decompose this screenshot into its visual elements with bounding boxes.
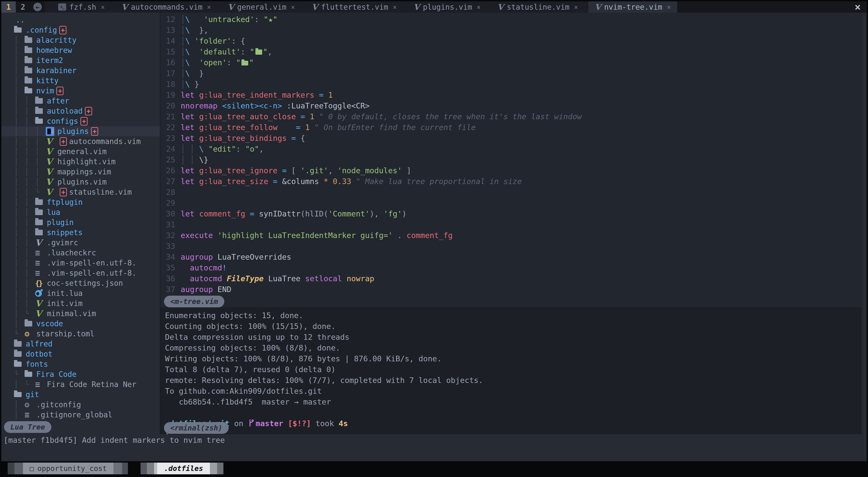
tree-item-iterm2[interactable]: │iterm2 xyxy=(1,55,160,66)
tree-item-alacritty[interactable]: │alacritty xyxy=(1,35,160,45)
tree-item-plugin[interactable]: ││plugin xyxy=(1,217,160,228)
line-number: 36 xyxy=(160,273,175,284)
tree-item-label: minimal.vim xyxy=(47,309,96,318)
tree-item-.config[interactable]: .config+ xyxy=(1,25,160,35)
terminal-line: .dotfiles/.git on master [$!?] took 4s xyxy=(160,418,862,429)
tree-item-snippets[interactable]: ││snippets xyxy=(1,228,160,238)
tree-item-general.vim[interactable]: │││Vgeneral.vim xyxy=(1,146,160,157)
tab-close-icon[interactable]: × xyxy=(476,3,480,11)
tmux-window-opportunity-cost[interactable]: □ opportunity_cost xyxy=(23,463,114,474)
tree-guide: │ xyxy=(25,299,35,308)
back-arrow-icon: ← xyxy=(33,3,42,11)
terminal-pane[interactable]: Enumerating objects: 15, done. Counting … xyxy=(160,307,862,434)
tree-item-homebrew[interactable]: │homebrew xyxy=(1,45,160,55)
tree-item-.gitignore-global[interactable]: │≡.gitignore_global xyxy=(1,410,160,420)
tree-item-label: highlight.vim xyxy=(57,157,116,166)
tree-item-plugins[interactable]: │││plugins+ xyxy=(1,126,160,136)
tab-close-icon[interactable]: × xyxy=(393,3,397,11)
tab-fluttertest.vim[interactable]: Vfluttertest.vim× xyxy=(305,1,403,12)
folder-icon xyxy=(25,37,32,43)
line-number: 19 xyxy=(160,90,175,100)
tab-close-icon[interactable]: × xyxy=(101,3,105,11)
code-segment: <silent><c-n> xyxy=(222,101,282,110)
tab-number[interactable]: 1 xyxy=(1,1,16,12)
tree-item-.gvimrc[interactable]: ││V.gvimrc xyxy=(1,238,160,248)
line-number: 13 xyxy=(160,25,175,36)
tab-number[interactable]: 2 xyxy=(16,1,30,12)
code-segment: ) xyxy=(402,209,406,218)
tree-item-ftplugin[interactable]: ││ftplugin xyxy=(1,197,160,207)
code-segment: execute xyxy=(181,231,213,240)
tab-general.vim[interactable]: Vgeneral.vim× xyxy=(221,1,301,12)
editor-line: 28 xyxy=(160,187,862,198)
statusbar-segment xyxy=(14,463,23,474)
code-segment: │ xyxy=(181,58,185,67)
tab-separator xyxy=(584,1,588,12)
tree-item-Fira-Code-Retina-Ner[interactable]: │└≡Fira Code Retina Ner xyxy=(1,379,160,389)
code-editor[interactable]: 12│\ 'untracked': "★"13│\ },14│\ 'folder… xyxy=(160,12,862,296)
code-segment: \ xyxy=(199,144,204,154)
tree-item-label: init.lua xyxy=(47,289,83,298)
line-number: 14 xyxy=(160,36,175,46)
tree-item-alfred[interactable]: alfred xyxy=(1,339,160,349)
vim-icon: V xyxy=(228,3,234,10)
code-segment: FileType xyxy=(227,274,264,283)
tree-item-autoload[interactable]: ││autoload+ xyxy=(1,106,160,116)
tree-item-.luacheckrc[interactable]: ││≡.luacheckrc xyxy=(1,248,160,258)
tree-item-git[interactable]: git xyxy=(1,389,160,400)
tree-item-label: .. xyxy=(16,15,25,24)
tree-item-init.vim[interactable]: ││Vinit.vim xyxy=(1,298,160,308)
tree-item-starship.toml[interactable]: └⚙starship.toml xyxy=(1,329,160,339)
tab-separator xyxy=(301,1,305,12)
tree-item-Fira-Code[interactable]: └Fira Code xyxy=(1,369,160,379)
file-tree-panel[interactable]: ...config+│alacritty│homebrew│iterm2│kar… xyxy=(1,12,160,434)
tree-item-minimal.vim[interactable]: │└Vminimal.vim xyxy=(1,308,160,318)
tree-guide: │ xyxy=(25,117,35,126)
tree-item-kitty[interactable]: │kitty xyxy=(1,76,160,86)
tree-item-karabiner[interactable]: │karabiner xyxy=(1,66,160,76)
close-all-button[interactable]: × xyxy=(855,1,861,12)
tab-fzf.sh[interactable]: >_fzf.sh× xyxy=(52,1,111,12)
tree-item-statusline.vim[interactable]: ││└V+statusline.vim xyxy=(1,187,160,197)
tree-item-label: Fira Code Retina Ner xyxy=(47,380,136,389)
tree-item-autocommands.vim[interactable]: │││V+autocommands.vim xyxy=(1,136,160,146)
tab-close-icon[interactable]: × xyxy=(574,3,578,11)
tab-plugins.vim[interactable]: Vplugins.vim× xyxy=(407,1,487,12)
tree-item-dotbot[interactable]: dotbot xyxy=(1,349,160,359)
tree-item-fonts[interactable]: fonts xyxy=(1,359,160,369)
tree-guide: │ xyxy=(35,137,46,146)
code-segment: '.git' xyxy=(301,166,328,175)
tab-close-icon[interactable]: × xyxy=(291,3,295,11)
tab-nvim-tree.vim[interactable]: Vnvim-tree.vim× xyxy=(588,1,677,12)
git-plus-badge: + xyxy=(85,107,92,115)
tree-item-configs[interactable]: ││configs+ xyxy=(1,116,160,126)
tree-item-.vim-spell-en.utf-8.[interactable]: ││≡.vim-spell-en.utf-8. xyxy=(1,258,160,268)
code-segment: " Make lua tree proportional in size xyxy=(356,177,522,186)
tree-item-lua[interactable]: ││lua xyxy=(1,207,160,217)
editor-statusline-pill: <m-tree.vim xyxy=(164,296,224,307)
tree-item-coc-settings.json[interactable]: ││{}coc-settings.json xyxy=(1,278,160,288)
tree-item-after[interactable]: ││after xyxy=(1,96,160,106)
lua-icon xyxy=(35,290,47,297)
tree-item-mappings.vim[interactable]: │││Vmappings.vim xyxy=(1,167,160,177)
tree-item-init.lua[interactable]: ││init.lua xyxy=(1,288,160,298)
tree-item-.gitconfig[interactable]: │⚙.gitconfig xyxy=(1,400,160,410)
tree-item-nvim[interactable]: │nvim+ xyxy=(1,86,160,96)
tree-item-label: .gitignore_global xyxy=(36,410,113,419)
terminal-line: remote: Resolving deltas: 100% (7/7), co… xyxy=(160,375,862,386)
tree-item-.vim-spell-en.utf-8.[interactable]: ││≡.vim-spell-en.utf-8. xyxy=(1,268,160,278)
tree-item-highlight.vim[interactable]: │││Vhighlight.vim xyxy=(1,157,160,167)
json-icon: {} xyxy=(35,279,42,287)
tmux-window-dotfiles[interactable]: .dotfiles xyxy=(157,463,210,474)
tab-autocommands.vim[interactable]: Vautocommands.vim× xyxy=(115,1,217,12)
folder-open-icon xyxy=(14,28,26,33)
tree-item-plugins.vim[interactable]: │││Vplugins.vim xyxy=(1,177,160,187)
tab-close-icon[interactable]: × xyxy=(667,3,671,11)
tab-statusline.vim[interactable]: Vstatusline.vim× xyxy=(491,1,584,12)
vim-icon: V xyxy=(46,178,52,186)
history-button[interactable]: ← xyxy=(30,1,45,12)
tree-item-..[interactable]: .. xyxy=(1,15,160,25)
tree-item-vscode[interactable]: │vscode xyxy=(1,318,160,329)
tab-close-icon[interactable]: × xyxy=(207,3,211,11)
tree-item-label: plugin xyxy=(47,218,74,227)
